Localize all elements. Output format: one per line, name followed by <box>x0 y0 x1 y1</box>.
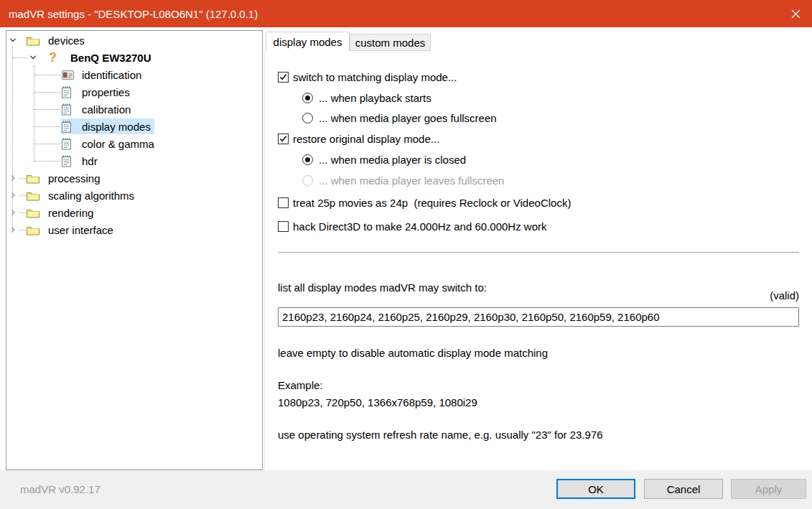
ok-button[interactable]: OK <box>556 479 635 499</box>
folder-icon <box>27 206 41 219</box>
checkbox-label: restore original display mode... <box>293 133 439 145</box>
hint-refresh-rate-name: use operating system refresh rate name, … <box>278 429 603 441</box>
collapse-icon[interactable] <box>8 35 18 45</box>
card-icon <box>62 68 76 81</box>
radio-circle[interactable] <box>302 113 313 123</box>
valid-status-label: (valid) <box>278 289 799 302</box>
tree-item-color-gamma[interactable]: color & gamma <box>6 135 262 152</box>
tree-item-label: BenQ EW3270U <box>70 52 151 64</box>
display-modes-page: switch to matching display mode... ... w… <box>264 50 812 470</box>
radio-when-media-player-goes-fullscreen[interactable]: ... when media player goes fullscreen <box>302 111 497 125</box>
tree-item-display-modes[interactable]: display modes <box>6 118 262 135</box>
example-value: 1080p23, 720p50, 1366x768p59, 1080i29 <box>278 396 477 408</box>
apply-button[interactable]: Apply <box>731 479 806 499</box>
note-icon <box>62 137 76 150</box>
tab-custom-modes[interactable]: custom modes <box>350 34 431 51</box>
checkbox-label: treat 25p movies as 24p (requires Recloc… <box>293 197 571 209</box>
note-icon <box>62 85 76 98</box>
tree-item-scaling-algorithms[interactable]: scaling algorithms <box>6 187 262 204</box>
checkbox-restore-original-display-mode[interactable]: restore original display mode... <box>278 131 439 146</box>
tree-item-calibration[interactable]: calibration <box>6 101 262 118</box>
checkbox-label: switch to matching display mode... <box>293 71 457 83</box>
tree-item-label: scaling algorithms <box>48 190 134 202</box>
cancel-button[interactable]: Cancel <box>644 479 723 499</box>
checkbox-treat-25p-movies-as-24p[interactable]: treat 25p movies as 24p (requires Recloc… <box>278 195 571 210</box>
radio-label: ... when media player goes fullscreen <box>319 112 497 124</box>
checkbox-box[interactable] <box>278 197 289 208</box>
tree-item-devices[interactable]: devices <box>6 32 262 49</box>
radio-when-media-player-leaves-fullscreen: ... when media player leaves fullscreen <box>302 173 504 187</box>
question-icon: ? <box>49 51 63 64</box>
expand-icon[interactable] <box>8 173 18 183</box>
settings-tree: devices?BenQ EW3270Uidentificationproper… <box>6 32 262 238</box>
tree-item-label: devices <box>48 34 85 47</box>
tree-item-label: user interface <box>48 224 113 236</box>
radio-circle[interactable] <box>302 154 313 165</box>
tree-item-user-interface[interactable]: user interface <box>6 221 262 238</box>
collapse-icon[interactable] <box>28 52 38 62</box>
display-modes-input[interactable] <box>278 307 799 327</box>
tab-label: display modes <box>274 36 342 48</box>
version-label: madVR v0.92.17 <box>20 470 101 509</box>
tree-item-properties[interactable]: properties <box>6 83 262 101</box>
note-icon <box>62 154 76 167</box>
tree-item-hdr[interactable]: hdr <box>6 152 262 169</box>
tree-item-label: display modes <box>82 121 151 133</box>
madvr-settings-window: madVR settings - "DESKTOP-L08O6N1" (127.… <box>0 0 812 509</box>
tree-item-label: calibration <box>82 103 131 116</box>
tree-item-label: properties <box>82 86 130 98</box>
note-icon <box>62 103 76 116</box>
tab-label: custom modes <box>355 37 426 49</box>
checkbox-switch-to-matching-display-mode[interactable]: switch to matching display mode... <box>278 70 457 84</box>
radio-label: ... when playback starts <box>319 92 431 104</box>
expand-icon[interactable] <box>8 190 18 200</box>
note-icon <box>62 120 76 133</box>
tree-item-label: rendering <box>48 207 93 219</box>
checkbox-box[interactable] <box>278 221 289 232</box>
folder-icon <box>27 34 41 47</box>
radio-label: ... when media player is closed <box>319 154 466 166</box>
settings-tree-panel: devices?BenQ EW3270Uidentificationproper… <box>6 30 263 470</box>
section-divider <box>278 252 799 253</box>
close-icon <box>791 9 801 19</box>
titlebar[interactable]: madVR settings - "DESKTOP-L08O6N1" (127.… <box>0 0 812 27</box>
tree-item-processing[interactable]: processing <box>6 169 262 187</box>
radio-when-media-player-is-closed[interactable]: ... when media player is closed <box>302 152 466 167</box>
tree-item-label: color & gamma <box>82 138 154 150</box>
window-title: madVR settings - "DESKTOP-L08O6N1" (127.… <box>0 8 258 20</box>
footer-bar: madVR v0.92.17 OK Cancel Apply <box>0 470 812 509</box>
checkbox-box[interactable] <box>278 72 289 83</box>
tree-item-label: identification <box>82 69 141 81</box>
expand-icon[interactable] <box>8 225 18 235</box>
expand-icon[interactable] <box>8 207 18 218</box>
tree-item-rendering[interactable]: rendering <box>6 204 262 221</box>
checkbox-hack-direct3d[interactable]: hack Direct3D to make 24.000Hz and 60.00… <box>278 219 547 233</box>
folder-icon <box>27 172 41 185</box>
radio-circle <box>302 175 313 186</box>
checkbox-label: hack Direct3D to make 24.000Hz and 60.00… <box>293 220 547 233</box>
radio-circle[interactable] <box>302 93 313 103</box>
radio-label: ... when media player leaves fullscreen <box>319 174 504 187</box>
tab-display-modes[interactable]: display modes <box>266 32 350 51</box>
tree-item-label: processing <box>48 172 101 185</box>
tree-item-benq-ew3270u[interactable]: ?BenQ EW3270U <box>6 49 262 66</box>
folder-icon <box>27 189 41 202</box>
checkbox-box[interactable] <box>278 134 289 144</box>
hint-leave-empty: leave empty to disable automatic display… <box>278 347 548 359</box>
close-button[interactable] <box>779 0 812 27</box>
radio-when-playback-starts[interactable]: ... when playback starts <box>302 90 431 105</box>
tree-item-label: hdr <box>82 155 98 167</box>
folder-icon <box>27 223 41 236</box>
tree-item-identification[interactable]: identification <box>6 66 262 83</box>
example-title: Example: <box>278 379 323 391</box>
